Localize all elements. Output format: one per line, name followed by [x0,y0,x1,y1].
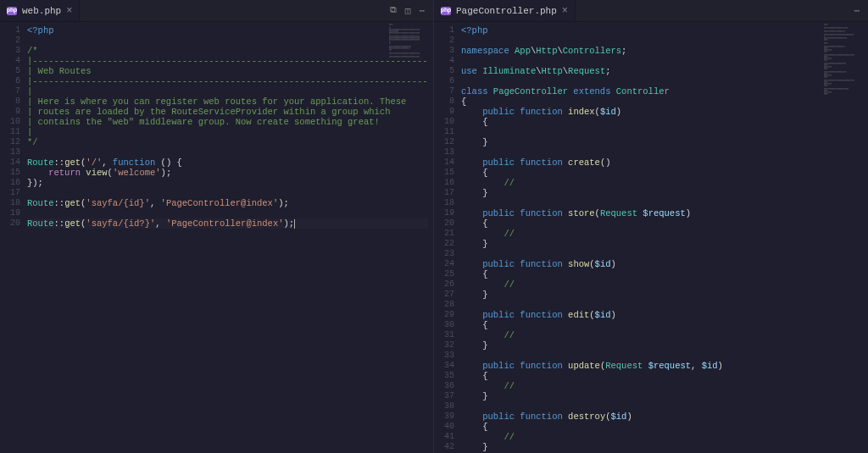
tab-actions-right: ⋯ [854,5,868,16]
line-gutter-left: 1234567891011121314151617181920 [0,22,27,453]
tab-label: web.php [22,6,61,16]
tab-label: PageController.php [456,6,557,16]
close-icon[interactable]: × [562,5,568,17]
editor-body-left[interactable]: 1234567891011121314151617181920 <?php /*… [0,22,433,453]
editor-body-right[interactable]: 1234567891011121314151617181920212223242… [434,22,868,453]
line-gutter-right: 1234567891011121314151617181920212223242… [434,22,461,453]
tabbar-right: php PageController.php × ⋯ [434,0,868,22]
more-actions-icon[interactable]: ⋯ [854,5,860,16]
tab-actions-left: ⧉ ◫ ⋯ [390,5,433,16]
php-file-icon: php [7,6,17,16]
code-area-left[interactable]: <?php /*|-------------------------------… [27,22,433,453]
editor-pane-left: php web.php × ⧉ ◫ ⋯ 12345678910111213141… [0,0,434,453]
open-changes-icon[interactable]: ⧉ [390,5,397,16]
split-editor-icon[interactable]: ◫ [405,5,411,16]
more-actions-icon[interactable]: ⋯ [419,5,425,16]
php-file-icon: php [441,6,451,16]
close-icon[interactable]: × [66,5,72,17]
code-area-right[interactable]: <?php namespace App\Http\Controllers; us… [461,22,868,453]
tab-web-php[interactable]: php web.php × [0,0,80,21]
editor-pane-right: php PageController.php × ⋯ 1234567891011… [434,0,868,453]
tabbar-left: php web.php × ⧉ ◫ ⋯ [0,0,433,22]
tab-pagecontroller-php[interactable]: php PageController.php × [434,0,576,21]
